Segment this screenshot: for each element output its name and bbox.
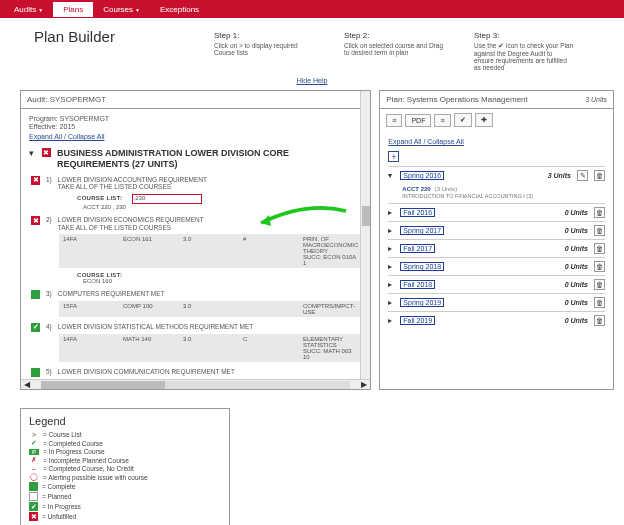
course-drop-input[interactable]: 230 [132, 194, 202, 204]
plan-panel: Plan: Systems Operations Management3 Uni… [379, 90, 614, 390]
toolbar-check-button[interactable]: ✔ [454, 113, 472, 127]
course-row: 14FAECON 1613.0#PRIN. OF MACROECONOMIC T… [59, 234, 362, 268]
term-link[interactable]: Fall 2017 [400, 244, 435, 253]
legend-label: = Alerting possible issue with course [43, 474, 148, 481]
chevron-down-icon: ▼ [38, 7, 43, 13]
step-3: Step 3:Use the ✔ icon to check your Plan… [474, 31, 574, 71]
status-icon-red: ✖ [31, 216, 40, 225]
legend-label: = Incomplete Planned Course [43, 457, 129, 464]
term-row: ▸Fall 20180 Units🗑 [388, 275, 605, 293]
effective-label: Effective: 2015 [29, 123, 362, 130]
status-icon-green-check: ✔ [31, 323, 40, 332]
plan-expand-all[interactable]: Expand All [388, 138, 421, 145]
vertical-scrollbar[interactable] [360, 91, 370, 379]
page-header: Plan Builder Step 1:Click on > to displa… [0, 18, 624, 75]
legend-title: Legend [29, 415, 221, 427]
term-expand-icon[interactable]: ▸ [388, 298, 396, 307]
legend-label: = In Progress [42, 503, 81, 510]
audit-header: Audit: SYSOPERMGT [21, 91, 370, 109]
status-icon-red: ✖ [31, 176, 40, 185]
planned-course-code[interactable]: ACCT 220 [402, 186, 430, 192]
term-link[interactable]: Spring 2017 [400, 226, 444, 235]
legend-label: = Completed Course, No Credit [43, 465, 134, 472]
top-nav: Audits▼ Plans Courses▼ Exceptions [0, 0, 624, 18]
term-row: ▸Spring 20190 Units🗑 [388, 293, 605, 311]
legend-label: = Planned [42, 493, 71, 500]
add-term-button[interactable]: + [388, 151, 399, 162]
subreq-3: 3)COMPUTERS REQUIREMENT MET 15FACOMP 100… [59, 290, 362, 317]
legend-row: = Complete [29, 482, 221, 491]
plan-toolbar: ≡ PDF ≡ ✔ ✚ [380, 109, 613, 131]
subreq-5: 5)LOWER DIVISION COMMUNICATION REQUIREME… [59, 368, 362, 379]
term-link[interactable]: Spring 2016 [400, 171, 444, 180]
plan-collapse-all[interactable]: Collapse All [427, 138, 464, 145]
horizontal-scrollbar[interactable]: ◀▶ [21, 379, 370, 389]
term-row: ▸Spring 20170 Units🗑 [388, 221, 605, 239]
term-link[interactable]: Spring 2019 [400, 298, 444, 307]
delete-term-button[interactable]: 🗑 [594, 297, 605, 308]
audit-expand-all[interactable]: Expand All [29, 133, 62, 140]
term-row: ▸Fall 20190 Units🗑 [388, 311, 605, 329]
term-row: ▾ Spring 2016 3 Units ✎ 🗑 [388, 166, 605, 184]
legend-icon: ✗ [29, 456, 39, 464]
legend-icon [29, 492, 38, 501]
nav-courses[interactable]: Courses▼ [93, 2, 150, 17]
edit-term-button[interactable]: ✎ [577, 170, 588, 181]
legend-row: ✗= Incomplete Planned Course [29, 456, 221, 464]
legend-label: = In Progress Course [43, 448, 105, 455]
step-2: Step 2:Click on selected course and Drag… [344, 31, 444, 71]
legend-icon: ✓ [29, 439, 39, 447]
step-1: Step 1:Click on > to display required Co… [214, 31, 314, 71]
nav-audits[interactable]: Audits▼ [4, 2, 53, 17]
delete-term-button[interactable]: 🗑 [594, 315, 605, 326]
toolbar-add-button[interactable]: ✚ [475, 113, 493, 127]
subreq-4: ✔4)LOWER DIVISION STATISTICAL METHODS RE… [59, 323, 362, 362]
legend-row: ✖= Unfulfilled [29, 512, 221, 521]
legend-row: ✔= In Progress [29, 502, 221, 511]
term-expand-icon[interactable]: ▸ [388, 208, 396, 217]
plan-header: Plan: Systems Operations Management3 Uni… [380, 91, 613, 109]
legend-row: IP= In Progress Course [29, 448, 221, 455]
term-expand-icon[interactable]: ▸ [388, 244, 396, 253]
subreq-1: ✖1)LOWER DIVISION ACCOUNTING REQUIREMENT… [59, 176, 362, 211]
delete-term-button[interactable]: 🗑 [594, 279, 605, 290]
term-expand-icon[interactable]: ▸ [388, 280, 396, 289]
delete-term-button[interactable]: 🗑 [594, 225, 605, 236]
term-expand-icon[interactable]: ▸ [388, 226, 396, 235]
legend-panel: Legend >= Course List✓= Completed Course… [20, 408, 230, 525]
toolbar-pdf-button[interactable]: PDF [405, 114, 431, 127]
term-link[interactable]: Fall 2018 [400, 280, 435, 289]
legend-label: = Complete [42, 483, 75, 490]
legend-row: ✓= Completed Course [29, 439, 221, 447]
legend-row: >= Course List [29, 431, 221, 438]
term-row: ▸Fall 20170 Units🗑 [388, 239, 605, 257]
delete-term-button[interactable]: 🗑 [594, 243, 605, 254]
term-expand-icon[interactable]: ▸ [388, 262, 396, 271]
term-link[interactable]: Fall 2019 [400, 316, 435, 325]
legend-label: = Unfulfilled [42, 513, 76, 520]
term-row: ▸Spring 20180 Units🗑 [388, 257, 605, 275]
term-link[interactable]: Spring 2018 [400, 262, 444, 271]
nav-exceptions[interactable]: Exceptions [150, 2, 209, 17]
delete-term-button[interactable]: 🗑 [594, 170, 605, 181]
legend-label: = Course List [43, 431, 81, 438]
nav-plans[interactable]: Plans [53, 2, 93, 17]
legend-row: ◯= Alerting possible issue with course [29, 473, 221, 481]
req-status-icon: ✖ [42, 148, 51, 157]
term-collapse-icon[interactable]: ▾ [388, 171, 396, 180]
legend-icon: ✔ [29, 502, 38, 511]
term-link[interactable]: Fall 2016 [400, 208, 435, 217]
course-row: 14FAMATH 1403.0CELEMENTARY STATISTICSSUC… [59, 334, 362, 362]
legend-label: = Completed Course [43, 440, 103, 447]
term-expand-icon[interactable]: ▸ [388, 316, 396, 325]
status-icon-green [31, 368, 40, 377]
audit-collapse-all[interactable]: Collapse All [68, 133, 105, 140]
delete-term-button[interactable]: 🗑 [594, 207, 605, 218]
hide-help-link[interactable]: Hide Help [0, 77, 624, 84]
program-label: Program: SYSOPERMGT [29, 115, 362, 122]
req-collapse-icon[interactable]: ▾ [29, 148, 36, 158]
toolbar-list-button[interactable]: ≡ [434, 114, 450, 127]
legend-row: = Planned [29, 492, 221, 501]
delete-term-button[interactable]: 🗑 [594, 261, 605, 272]
toolbar-menu-button[interactable]: ≡ [386, 114, 402, 127]
